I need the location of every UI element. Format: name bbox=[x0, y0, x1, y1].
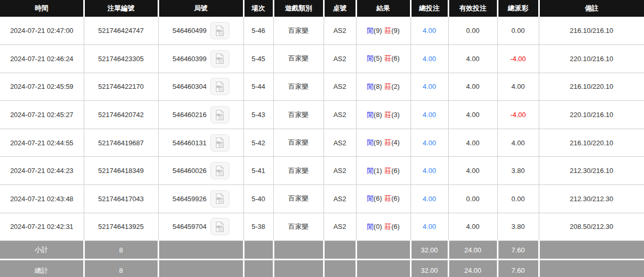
result-cell: 閒(8)莊(2) bbox=[356, 73, 410, 101]
session-cell: 5-43 bbox=[243, 101, 273, 129]
video-replay-button[interactable] bbox=[210, 134, 229, 152]
table-row: 2024-07-21 02:45:27521746420742546460216… bbox=[0, 101, 644, 129]
table-body: 2024-07-21 02:47:00521746424747546460499… bbox=[0, 17, 644, 241]
game-cell: 百家樂 bbox=[273, 73, 324, 101]
header-bet-id: 注單編號 bbox=[84, 0, 158, 17]
time-cell: 2024-07-21 02:45:27 bbox=[0, 101, 84, 129]
banker-score: (9) bbox=[392, 27, 400, 34]
footer-payout: 7.60 bbox=[497, 260, 539, 277]
round-cell: 546459704 bbox=[158, 213, 243, 241]
total-bet-cell: 4.00 bbox=[410, 213, 448, 241]
header-table-no: 桌號 bbox=[324, 0, 356, 17]
footer-round-cell bbox=[158, 241, 243, 260]
time-cell: 2024-07-21 02:46:24 bbox=[0, 45, 84, 73]
banker-label: 莊 bbox=[385, 138, 392, 146]
remark-cell: 216.10/216.10 bbox=[539, 17, 644, 45]
video-file-icon bbox=[214, 109, 226, 121]
video-replay-button[interactable] bbox=[210, 106, 229, 123]
video-replay-button[interactable] bbox=[210, 190, 229, 207]
footer-total-bet: 32.00 bbox=[410, 241, 448, 260]
table-no-cell: AS2 bbox=[324, 73, 356, 101]
valid-bet-cell: 0.00 bbox=[448, 185, 497, 213]
banker-label: 莊 bbox=[385, 223, 392, 230]
table-no-cell: AS2 bbox=[324, 157, 356, 185]
table-header-row: 時間注單編號局號場次遊戲類別桌號結果總投注有效投注總派彩備註 bbox=[0, 0, 644, 17]
header-session: 場次 bbox=[243, 0, 273, 17]
table-row: 2024-07-21 02:42:31521746413925546459704… bbox=[0, 213, 644, 241]
video-file-icon bbox=[214, 192, 226, 205]
footer-bet-count: 8 bbox=[84, 241, 158, 260]
round-cell: 546460304 bbox=[158, 73, 243, 101]
player-score: (6) bbox=[374, 194, 382, 202]
remark-cell: 208.50/212.30 bbox=[539, 213, 644, 241]
payout-cell: 0.00 bbox=[497, 185, 539, 213]
footer-game-cell bbox=[273, 241, 324, 260]
table-row: 2024-07-21 02:44:23521746418349546460026… bbox=[0, 157, 644, 185]
total-bet-cell: 4.00 bbox=[410, 17, 448, 45]
bet-history-page: 時間注單編號局號場次遊戲類別桌號結果總投注有效投注總派彩備註 2024-07-2… bbox=[0, 0, 644, 277]
game-cell: 百家樂 bbox=[273, 185, 324, 213]
session-cell: 5-44 bbox=[243, 73, 273, 101]
footer-valid-bet: 24.00 bbox=[448, 260, 497, 277]
time-cell: 2024-07-21 02:44:23 bbox=[0, 157, 84, 185]
table-row: 2024-07-21 02:45:59521746422170546460304… bbox=[0, 73, 644, 101]
round-number: 546460399 bbox=[172, 55, 206, 63]
game-cell: 百家樂 bbox=[273, 45, 324, 73]
banker-score: (6) bbox=[392, 167, 400, 175]
footer-total-bet: 32.00 bbox=[410, 260, 448, 277]
valid-bet-cell: 4.00 bbox=[448, 101, 497, 129]
video-replay-button[interactable] bbox=[210, 22, 229, 39]
footer-label: 總計 bbox=[0, 260, 84, 277]
bet-id-cell: 521746417043 bbox=[84, 185, 158, 213]
total-bet-cell: 4.00 bbox=[410, 101, 448, 129]
header-payout: 總派彩 bbox=[497, 0, 539, 17]
player-score: (1) bbox=[374, 167, 382, 175]
header-round: 局號 bbox=[158, 0, 243, 17]
remark-cell: 216.10/220.10 bbox=[539, 129, 644, 157]
header-time: 時間 bbox=[0, 0, 84, 17]
video-file-icon bbox=[214, 221, 226, 233]
game-cell: 百家樂 bbox=[273, 157, 324, 185]
table-footer: 小計832.0024.007.60總計832.0024.007.60 bbox=[0, 241, 644, 277]
result-cell: 閒(0)莊(6) bbox=[356, 213, 410, 241]
game-cell: 百家樂 bbox=[273, 101, 324, 129]
round-number: 546460026 bbox=[172, 167, 206, 175]
time-cell: 2024-07-21 02:42:31 bbox=[0, 213, 84, 241]
footer-row: 小計832.0024.007.60 bbox=[0, 241, 644, 260]
valid-bet-cell: 4.00 bbox=[448, 157, 497, 185]
bet-history-table: 時間注單編號局號場次遊戲類別桌號結果總投注有效投注總派彩備註 2024-07-2… bbox=[0, 0, 644, 277]
footer-row: 總計832.0024.007.60 bbox=[0, 260, 644, 277]
result-cell: 閒(9)莊(4) bbox=[356, 129, 410, 157]
table-no-cell: AS2 bbox=[324, 129, 356, 157]
player-score: (8) bbox=[374, 83, 382, 90]
video-replay-button[interactable] bbox=[210, 78, 229, 95]
session-cell: 5-42 bbox=[243, 129, 273, 157]
result-cell: 閒(5)莊(6) bbox=[356, 45, 410, 73]
payout-cell: 3.80 bbox=[497, 213, 539, 241]
result-cell: 閒(1)莊(6) bbox=[356, 157, 410, 185]
banker-label: 莊 bbox=[385, 27, 392, 34]
banker-score: (3) bbox=[392, 111, 400, 119]
table-row: 2024-07-21 02:43:48521746417043546459926… bbox=[0, 185, 644, 213]
video-replay-button[interactable] bbox=[210, 162, 229, 179]
bet-id-cell: 521746418349 bbox=[84, 157, 158, 185]
result-cell: 閒(9)莊(9) bbox=[356, 17, 410, 45]
session-cell: 5-41 bbox=[243, 157, 273, 185]
total-bet-cell: 4.00 bbox=[410, 73, 448, 101]
footer-remark-cell bbox=[539, 260, 644, 277]
player-label: 閒 bbox=[367, 223, 374, 230]
time-cell: 2024-07-21 02:44:55 bbox=[0, 129, 84, 157]
video-replay-button[interactable] bbox=[210, 50, 229, 67]
player-label: 閒 bbox=[367, 111, 374, 119]
table-no-cell: AS2 bbox=[324, 213, 356, 241]
bet-id-cell: 521746419687 bbox=[84, 129, 158, 157]
footer-result-cell bbox=[356, 241, 410, 260]
bet-id-cell: 521746420742 bbox=[84, 101, 158, 129]
footer-table-no-cell bbox=[324, 260, 356, 277]
payout-cell: -4.00 bbox=[497, 45, 539, 73]
game-cell: 百家樂 bbox=[273, 17, 324, 45]
player-label: 閒 bbox=[367, 27, 374, 34]
total-bet-cell: 4.00 bbox=[410, 45, 448, 73]
video-replay-button[interactable] bbox=[210, 218, 229, 235]
table-no-cell: AS2 bbox=[324, 17, 356, 45]
